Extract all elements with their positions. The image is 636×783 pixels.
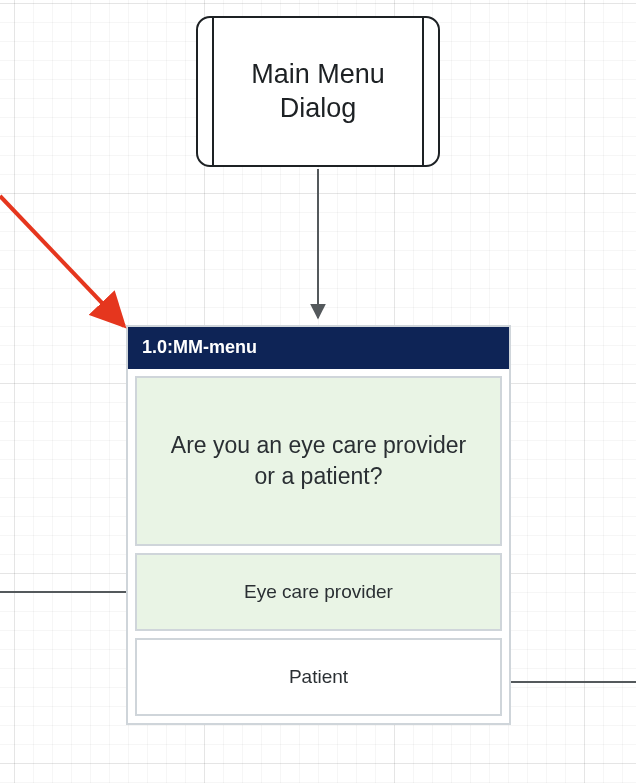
dialog-rail-left [212, 18, 214, 165]
dialog-node-label: Main Menu Dialog [198, 58, 438, 126]
menu-card-header: 1.0:MM-menu [128, 327, 509, 369]
dialog-node-main-menu[interactable]: Main Menu Dialog [196, 16, 440, 167]
menu-option-label: Patient [289, 666, 348, 688]
menu-card[interactable]: 1.0:MM-menu Are you an eye care provider… [126, 325, 511, 725]
dialog-rail-right [422, 18, 424, 165]
diagram-canvas[interactable]: Main Menu Dialog 1.0:MM-menu Are you an … [0, 0, 636, 783]
menu-card-prompt: Are you an eye care provider or a patien… [135, 376, 502, 546]
menu-option-eye-care-provider[interactable]: Eye care provider [135, 553, 502, 631]
menu-option-label: Eye care provider [244, 581, 393, 603]
menu-option-patient[interactable]: Patient [135, 638, 502, 716]
